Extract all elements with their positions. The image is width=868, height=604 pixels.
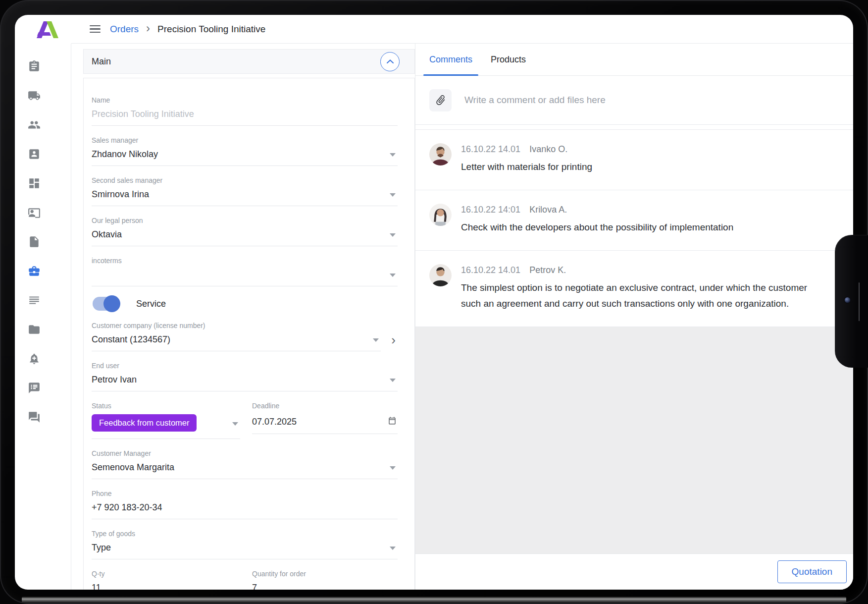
briefcase-icon[interactable] bbox=[28, 265, 41, 277]
app-screen: Orders › Precision Tooling Initiative Ma… bbox=[15, 15, 853, 590]
comment-text: Letter with materials for printing bbox=[461, 159, 848, 175]
chevron-down-icon[interactable] bbox=[390, 274, 396, 277]
second-sales-manager-select[interactable]: Smirnova Irina bbox=[92, 189, 398, 206]
comment-text: Check with the developers about the poss… bbox=[461, 220, 848, 235]
chevron-down-icon[interactable] bbox=[390, 153, 396, 157]
comment-author: Ivanko O. bbox=[529, 144, 567, 154]
comment-input-placeholder[interactable]: Write a comment or add files here bbox=[464, 95, 606, 106]
chevron-down-icon[interactable] bbox=[390, 379, 396, 382]
status-label: Status bbox=[92, 402, 240, 410]
quantity-for-order-input[interactable]: 7 bbox=[252, 582, 398, 590]
tasks-clipboard-icon[interactable] bbox=[28, 60, 41, 73]
comment-composer[interactable]: Write a comment or add files here bbox=[415, 76, 853, 125]
status-badge[interactable]: Feedback from customer bbox=[92, 414, 197, 432]
section-title: Main bbox=[92, 56, 111, 67]
notification-add-icon[interactable] bbox=[28, 352, 41, 365]
customer-company-field: Customer company (license number) Consta… bbox=[92, 322, 381, 351]
panel-tabs: Comments Products bbox=[415, 44, 853, 76]
phone-input[interactable]: +7 920 183-20-34 bbox=[92, 502, 398, 519]
top-header: Orders › Precision Tooling Initiative bbox=[15, 15, 853, 44]
comment-text: The simplest option is to negotiate an e… bbox=[461, 280, 848, 312]
app-logo[interactable] bbox=[15, 15, 71, 44]
speaker-notes-icon[interactable] bbox=[28, 382, 41, 394]
qty-input[interactable]: 11 bbox=[92, 582, 240, 590]
chevron-down-icon[interactable] bbox=[390, 193, 396, 197]
comment-timestamp: 16.10.22 14.01 bbox=[461, 144, 520, 154]
dashboard-grid-icon[interactable] bbox=[28, 177, 41, 190]
avatar bbox=[429, 264, 452, 286]
people-icon[interactable] bbox=[28, 118, 41, 131]
type-of-goods-select[interactable]: Type bbox=[92, 542, 398, 559]
comment-timestamp: 16.10.22 14.01 bbox=[461, 265, 520, 275]
folder-icon[interactable] bbox=[28, 323, 41, 336]
qty-field: Q-ty 11 bbox=[92, 570, 240, 590]
order-form-panel: Main Name Precision Tooling Initiative S… bbox=[71, 44, 415, 590]
chevron-down-icon[interactable] bbox=[390, 547, 396, 550]
customer-manager-field: Customer Manager Semenova Margarita bbox=[92, 449, 398, 479]
phone-edge-highlight bbox=[859, 282, 860, 321]
legal-person-select[interactable]: Oktavia bbox=[92, 229, 398, 246]
document-icon[interactable] bbox=[28, 235, 41, 248]
deadline-label: Deadline bbox=[252, 402, 398, 410]
quotation-button[interactable]: Quotation bbox=[777, 560, 847, 583]
deadline-input[interactable]: 07.07.2025 bbox=[252, 417, 398, 434]
notes-icon[interactable] bbox=[28, 294, 41, 307]
name-field: Name Precision Tooling Initiative bbox=[92, 96, 398, 126]
service-toggle-label: Service bbox=[136, 299, 166, 309]
breadcrumb-orders-link[interactable]: Orders bbox=[110, 24, 139, 35]
status-select[interactable]: Feedback from customer bbox=[92, 414, 240, 439]
end-user-field: End user Petrov Ivan bbox=[92, 362, 398, 391]
chevron-down-icon[interactable] bbox=[373, 338, 379, 342]
forum-icon[interactable] bbox=[28, 411, 41, 424]
panel-background bbox=[415, 327, 853, 553]
name-input[interactable]: Precision Tooling Initiative bbox=[92, 109, 398, 126]
open-company-chevron-right-icon[interactable]: › bbox=[391, 333, 396, 346]
incoterms-select[interactable] bbox=[92, 269, 398, 286]
quantity-for-order-field: Quantity for order 7 bbox=[252, 570, 398, 590]
phone-label: Phone bbox=[92, 490, 398, 498]
end-user-select[interactable]: Petrov Ivan bbox=[92, 374, 398, 391]
tablet-bottom-edge bbox=[22, 597, 846, 603]
collapse-section-button[interactable] bbox=[380, 52, 400, 71]
hamburger-menu-icon[interactable] bbox=[90, 25, 101, 33]
comments-list: 16.10.22 14.01Ivanko O. Letter with mate… bbox=[415, 129, 853, 327]
customer-company-label: Customer company (license number) bbox=[92, 322, 381, 330]
chevron-down-icon[interactable] bbox=[232, 422, 238, 426]
avatar bbox=[429, 204, 452, 226]
legal-person-field: Our legal person Oktavia bbox=[92, 217, 398, 246]
customer-company-select[interactable]: Constant (1234567) bbox=[92, 334, 381, 351]
attach-file-button[interactable] bbox=[429, 89, 452, 111]
paperclip-icon bbox=[432, 92, 449, 109]
service-toggle[interactable] bbox=[93, 297, 118, 311]
chevron-down-icon[interactable] bbox=[390, 233, 396, 237]
header-bar: Orders › Precision Tooling Initiative bbox=[71, 15, 853, 44]
customer-manager-label: Customer Manager bbox=[92, 449, 398, 458]
chevron-down-icon[interactable] bbox=[390, 466, 396, 470]
phone-field: Phone +7 920 183-20-34 bbox=[92, 490, 398, 519]
qty-label: Q-ty bbox=[92, 570, 240, 578]
status-field: Status Feedback from customer bbox=[92, 402, 240, 439]
calendar-icon[interactable] bbox=[388, 416, 397, 428]
comment-item: 16.10.22 14:01Krilova A. Check with the … bbox=[415, 190, 853, 250]
breadcrumb-separator-icon: › bbox=[146, 22, 150, 36]
incoterms-label: incoterms bbox=[92, 257, 398, 265]
person-frame-icon[interactable] bbox=[28, 206, 41, 219]
comment-timestamp: 16.10.22 14:01 bbox=[461, 205, 520, 215]
deadline-field: Deadline 07.07.2025 bbox=[252, 402, 398, 439]
tab-comments[interactable]: Comments bbox=[423, 44, 478, 75]
breadcrumb-current: Precision Tooling Initiative bbox=[157, 24, 265, 35]
shipping-truck-icon[interactable] bbox=[28, 89, 41, 102]
incoterms-field: incoterms bbox=[92, 257, 398, 286]
sales-manager-select[interactable]: Zhdanov Nikolay bbox=[92, 149, 398, 166]
comment-author: Petrov K. bbox=[529, 265, 566, 275]
contact-card-icon[interactable] bbox=[28, 148, 41, 161]
sales-manager-field: Sales manager Zhdanov Nikolay bbox=[92, 136, 398, 166]
order-form-card: Name Precision Tooling Initiative Sales … bbox=[83, 78, 415, 590]
logo-icon bbox=[37, 20, 59, 38]
avatar bbox=[429, 143, 452, 165]
type-of-goods-label: Type of goods bbox=[92, 530, 398, 538]
section-header-main[interactable]: Main bbox=[83, 49, 415, 74]
customer-manager-select[interactable]: Semenova Margarita bbox=[92, 462, 398, 479]
status-deadline-row: Status Feedback from customer Deadline 0… bbox=[92, 402, 398, 439]
tab-products[interactable]: Products bbox=[485, 44, 532, 75]
